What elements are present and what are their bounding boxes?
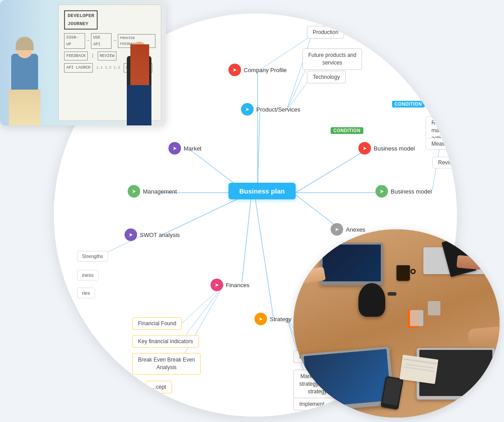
future-products-node: Future products andservices [302,48,362,70]
svg-line-5 [242,199,251,282]
svg-line-7 [296,149,367,193]
key-financial-node: Key financial indicators [132,335,199,348]
break-even-node: Break Even Break EvenAnalysis [132,353,201,375]
product-services-label: Product/Services [256,106,300,113]
business-model-2-label: Business model [391,188,432,195]
swot-icon: ➤ [125,228,137,241]
management-node[interactable]: ➤ Management [128,185,177,198]
market-label: Market [184,145,202,152]
management-label: Management [143,188,177,195]
measurement-node: Measureme... [426,138,457,150]
management-icon: ➤ [128,185,140,198]
production-node: Production [307,26,344,39]
business-model-1-label: Business model [374,145,415,152]
iness-node: iness [77,270,99,280]
finances-label: Finances [226,282,250,289]
condition-badge-2: CONDITION [392,101,425,108]
svg-line-6 [255,199,273,317]
business-model-2-node[interactable]: ➤ Business model [375,185,432,198]
svg-line-18 [179,284,224,363]
swot-node[interactable]: ➤ SWOT analysis [125,228,180,241]
business-model-1-icon: ➤ [358,142,371,155]
strengths-node: Strengths [77,251,108,262]
company-profile-node[interactable]: ➤ Company Profile [228,64,287,76]
market-node[interactable]: ➤ Market [168,142,202,155]
concept-node: ...cept [146,381,172,393]
strategy-node[interactable]: ➤ Strategy [254,313,291,325]
finances-icon: ➤ [211,279,223,291]
strategy-icon: ➤ [254,313,267,325]
finances-node[interactable]: ➤ Finances [211,279,250,291]
product-services-node[interactable]: ➤ Product/Services [241,103,300,116]
team-photo [293,229,500,418]
product-services-icon: ➤ [241,103,254,116]
financial-found-node: Financial Found [132,317,182,330]
revision-node: Revision [432,157,457,168]
business-model-2-icon: ➤ [375,185,388,198]
business-model-1-node[interactable]: ➤ Business model [358,142,415,155]
company-profile-icon: ➤ [228,64,241,76]
strategy-label: Strategy [270,316,291,323]
condition-badge-1: CONDITION [331,127,363,134]
swot-label: SWOT analysis [140,232,180,238]
technology-node: Technology [307,71,346,83]
company-profile-label: Company Profile [244,67,287,73]
central-node[interactable]: Business plan [228,183,296,199]
whiteboard-photo: DEVELOPERJOURNEY SIGN-UP → USE API → PRO… [0,0,166,125]
market-icon: ➤ [168,142,181,155]
ries-node: ries [77,288,95,298]
